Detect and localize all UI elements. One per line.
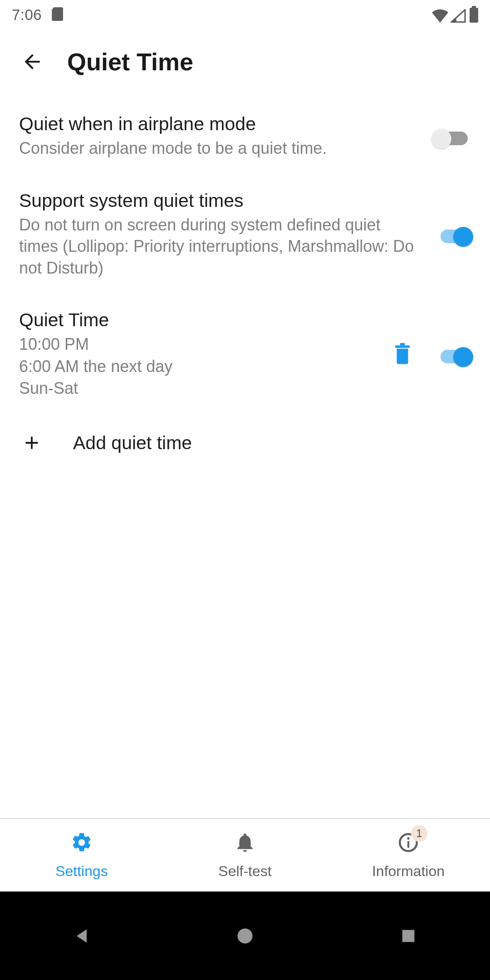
tab-label: Self-test — [218, 863, 271, 880]
svg-rect-0 — [395, 346, 410, 348]
sd-card-icon — [52, 7, 63, 21]
system-home-button[interactable] — [229, 920, 261, 952]
wifi-icon — [431, 9, 449, 23]
trash-icon — [392, 343, 412, 366]
arrow-back-icon — [21, 50, 44, 73]
system-recents-button[interactable] — [392, 920, 424, 952]
tab-label: Information — [372, 863, 445, 880]
square-recents-icon — [399, 927, 417, 945]
setting-text: Quiet when in airplane mode Consider air… — [19, 113, 433, 159]
quiet-time-entry[interactable]: Quiet Time 10:00 PM 6:00 AM the next day… — [19, 287, 471, 408]
add-quiet-time-button[interactable]: Add quiet time — [19, 408, 471, 478]
tab-label: Settings — [55, 863, 108, 880]
setting-title: Quiet when in airplane mode — [19, 113, 420, 135]
triangle-back-icon — [72, 926, 92, 946]
cell-signal-icon — [451, 9, 466, 23]
settings-list: Quiet when in airplane mode Consider air… — [0, 93, 490, 478]
system-back-button[interactable] — [66, 920, 98, 952]
svg-point-4 — [407, 837, 409, 839]
tab-settings[interactable]: Settings — [0, 819, 163, 892]
quiet-time-details: 10:00 PM 6:00 AM the next day Sun-Sat — [19, 333, 387, 400]
airplane-mode-switch[interactable] — [433, 127, 471, 145]
page-title: Quiet Time — [67, 48, 193, 76]
setting-system-quiet[interactable]: Support system quiet times Do not turn o… — [19, 167, 471, 287]
info-badge: 1 — [411, 825, 427, 842]
setting-subtitle: Do not turn on screen during system defi… — [19, 214, 420, 279]
gear-icon — [70, 831, 93, 856]
svg-rect-1 — [400, 343, 405, 345]
setting-subtitle: Consider airplane mode to be a quiet tim… — [19, 137, 420, 159]
app-bar: Quiet Time — [0, 30, 490, 93]
back-button[interactable] — [16, 46, 48, 78]
delete-quiet-time-button[interactable] — [387, 338, 418, 370]
tab-self-test[interactable]: Self-test — [163, 819, 327, 892]
circle-home-icon — [235, 926, 255, 946]
quiet-time-days: Sun-Sat — [19, 377, 387, 400]
plus-icon — [19, 431, 44, 456]
status-bar: 7:06 — [0, 0, 490, 30]
svg-point-5 — [238, 928, 253, 943]
setting-text: Support system quiet times Do not turn o… — [19, 190, 433, 279]
bottom-nav: Settings Self-test 1 Information — [0, 818, 490, 892]
setting-airplane-mode[interactable]: Quiet when in airplane mode Consider air… — [19, 98, 471, 167]
quiet-time-switch[interactable] — [433, 346, 471, 363]
system-nav-bar — [0, 892, 490, 980]
quiet-time-text: Quiet Time 10:00 PM 6:00 AM the next day… — [19, 309, 387, 400]
system-quiet-switch[interactable] — [433, 225, 471, 243]
setting-title: Support system quiet times — [19, 190, 420, 211]
bell-icon — [234, 831, 256, 856]
quiet-time-title: Quiet Time — [19, 309, 387, 331]
tab-information[interactable]: 1 Information — [327, 819, 490, 892]
status-right — [431, 8, 478, 23]
battery-icon — [470, 8, 478, 23]
status-clock: 7:06 — [12, 6, 42, 24]
status-left: 7:06 — [12, 6, 63, 24]
quiet-time-end: 6:00 AM the next day — [19, 356, 387, 378]
svg-rect-3 — [407, 841, 409, 848]
quiet-time-start: 10:00 PM — [19, 333, 387, 356]
svg-rect-6 — [402, 930, 415, 942]
add-quiet-time-label: Add quiet time — [73, 432, 192, 454]
